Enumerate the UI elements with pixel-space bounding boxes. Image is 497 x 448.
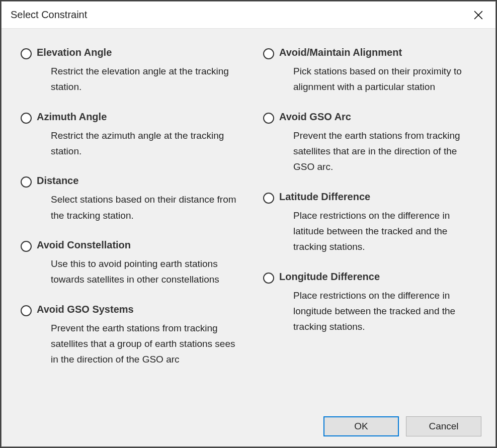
option-title: Avoid Constellation (37, 239, 238, 251)
option-desc: Select stations based on their distance … (37, 192, 238, 223)
dialog-title: Select Constraint (11, 9, 87, 21)
option-title: Latitude Difference (279, 191, 480, 203)
option-desc: Prevent the earth stations from tracking… (37, 320, 238, 368)
button-row: OK Cancel (323, 416, 481, 436)
close-button[interactable] (467, 5, 489, 25)
option-title: Avoid GSO Systems (37, 304, 238, 315)
option-title: Distance (37, 175, 238, 187)
option-text: Azimuth Angle Restrict the azimuth angle… (37, 111, 238, 159)
option-avoid-gso-arc[interactable]: Avoid GSO Arc Prevent the earth stations… (263, 111, 480, 175)
option-desc: Place restrictions on the difference in … (279, 288, 480, 335)
radio-longitude-difference[interactable] (263, 273, 274, 284)
option-title: Avoid/Maintain Alignment (279, 47, 480, 58)
radio-latitude-difference[interactable] (263, 193, 274, 204)
cancel-button[interactable]: Cancel (406, 416, 481, 436)
option-desc: Place restrictions on the difference in … (279, 208, 480, 255)
select-constraint-dialog: Select Constraint Elevation Angle Restri… (1, 1, 496, 447)
dialog-content: Elevation Angle Restrict the elevation a… (2, 29, 495, 446)
ok-button[interactable]: OK (323, 416, 399, 436)
option-text: Longitude Difference Place restrictions … (279, 271, 480, 335)
option-avoid-constellation[interactable]: Avoid Constellation Use this to avoid po… (21, 239, 238, 288)
option-text: Distance Select stations based on their … (37, 175, 238, 223)
radio-avoid-constellation[interactable] (21, 241, 32, 252)
option-desc: Use this to avoid pointing earth station… (37, 256, 238, 288)
option-text: Elevation Angle Restrict the elevation a… (37, 47, 238, 95)
option-text: Avoid Constellation Use this to avoid po… (37, 239, 238, 288)
option-text: Avoid GSO Systems Prevent the earth stat… (37, 304, 238, 368)
option-distance[interactable]: Distance Select stations based on their … (21, 175, 238, 223)
radio-distance[interactable] (21, 176, 32, 188)
option-longitude-difference[interactable]: Longitude Difference Place restrictions … (263, 271, 480, 335)
radio-azimuth-angle[interactable] (21, 113, 32, 124)
options-column-right: Avoid/Maintain Alignment Pick stations b… (263, 47, 480, 436)
option-desc: Pick stations based on their proximity t… (279, 63, 480, 95)
radio-elevation-angle[interactable] (21, 48, 32, 59)
option-text: Latitude Difference Place restrictions o… (279, 191, 480, 255)
option-title: Elevation Angle (37, 47, 238, 58)
option-avoid-maintain-alignment[interactable]: Avoid/Maintain Alignment Pick stations b… (263, 47, 480, 95)
option-avoid-gso-systems[interactable]: Avoid GSO Systems Prevent the earth stat… (21, 304, 238, 368)
option-desc: Prevent the earth stations from tracking… (279, 128, 480, 175)
option-title: Avoid GSO Arc (279, 111, 480, 123)
radio-avoid-maintain-alignment[interactable] (263, 48, 274, 59)
option-title: Longitude Difference (279, 271, 480, 283)
option-title: Azimuth Angle (37, 111, 238, 123)
option-desc: Restrict the azimuth angle at the tracki… (37, 128, 238, 159)
options-column-left: Elevation Angle Restrict the elevation a… (21, 47, 238, 436)
option-azimuth-angle[interactable]: Azimuth Angle Restrict the azimuth angle… (21, 111, 238, 159)
radio-avoid-gso-systems[interactable] (21, 305, 32, 316)
titlebar: Select Constraint (2, 2, 495, 29)
option-latitude-difference[interactable]: Latitude Difference Place restrictions o… (263, 191, 480, 255)
radio-avoid-gso-arc[interactable] (263, 113, 274, 124)
option-text: Avoid/Maintain Alignment Pick stations b… (279, 47, 480, 95)
option-text: Avoid GSO Arc Prevent the earth stations… (279, 111, 480, 175)
option-desc: Restrict the elevation angle at the trac… (37, 63, 238, 95)
option-elevation-angle[interactable]: Elevation Angle Restrict the elevation a… (21, 47, 238, 95)
close-icon (474, 11, 483, 20)
